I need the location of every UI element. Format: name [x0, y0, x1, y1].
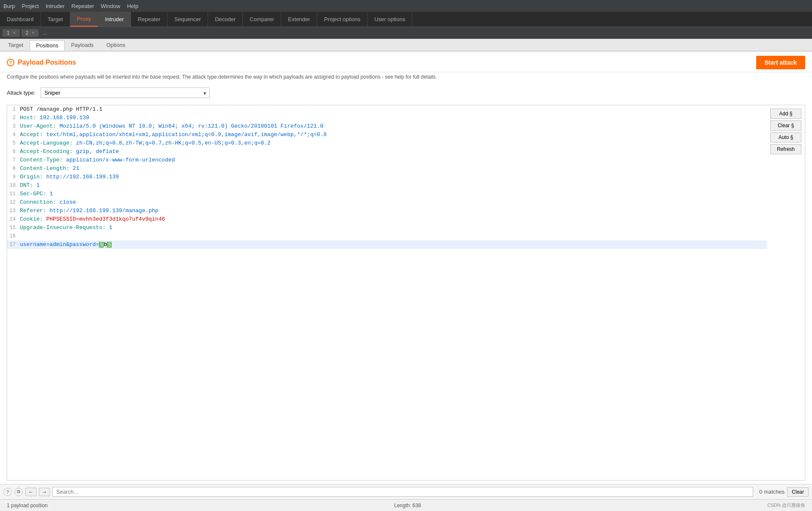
line-number: 14: [7, 215, 20, 224]
line-number: 7: [7, 156, 20, 164]
attack-type-select[interactable]: Sniper Battering ram Pitchfork Cluster b…: [41, 87, 210, 98]
line-number: 8: [7, 164, 20, 173]
header-value: 1: [46, 191, 53, 197]
menu-repeater[interactable]: Repeater: [71, 3, 94, 9]
refresh-button[interactable]: Refresh: [770, 144, 801, 154]
code-line: 2Host: 192.168.199.139: [7, 114, 767, 122]
settings-bottom-icon[interactable]: ⚙: [14, 488, 23, 496]
bottom-search-bar: ? ⚙ ← → 0 matches Clear: [0, 484, 812, 499]
line-number: 10: [7, 181, 20, 190]
tab-repeater[interactable]: Repeater: [131, 12, 167, 27]
nav-back-button[interactable]: ←: [25, 488, 36, 496]
line-number: 2: [7, 114, 20, 122]
header-name: Connection:: [20, 199, 56, 205]
search-input[interactable]: [52, 487, 753, 497]
payload-position-count: 1 payload position: [7, 503, 48, 508]
sub-tab-1[interactable]: 1 ×: [3, 29, 20, 37]
start-attack-button[interactable]: Start attack: [756, 56, 805, 69]
header-value: Mozilla/5.0 (Windows NT 10.0; Win64; x64…: [56, 123, 324, 129]
tab-proxy[interactable]: Proxy: [70, 12, 98, 27]
attack-type-row: Attack type: Sniper Battering ram Pitchf…: [0, 84, 812, 101]
sub-tab-2[interactable]: 2 ×: [22, 29, 39, 37]
line-number: 5: [7, 139, 20, 148]
menu-burp[interactable]: Burp: [3, 3, 15, 9]
payload-text: username=admin&password=: [20, 241, 99, 248]
watermark: CSDN @只惠猿鱼: [768, 502, 805, 508]
line-content: Accept: text/html,application/xhtml+xml,…: [20, 131, 767, 139]
inner-tab-options[interactable]: Options: [100, 40, 132, 50]
attack-type-label: Attack type:: [7, 90, 36, 96]
line-content: Referer: http://192.168.199.139/manage.p…: [20, 207, 767, 215]
code-line: 6Accept-Encoding: gzip, deflate: [7, 148, 767, 156]
tab-decoder[interactable]: Decoder: [208, 12, 243, 27]
editor-wrapper: 1POST /manage.php HTTP/1.12Host: 192.168…: [7, 105, 805, 481]
line-content: Accept-Language: zh-CN,zh;q=0.8,zh-TW;q=…: [20, 139, 767, 148]
header-value: zh-CN,zh;q=0.8,zh-TW;q=0.7,zh-HK;q=0.5,e…: [73, 140, 271, 146]
tab-user-options[interactable]: User options: [368, 12, 412, 27]
sub-tab-bar: 1 × 2 × ...: [0, 27, 812, 39]
nav-forward-button[interactable]: →: [39, 488, 50, 496]
line-content: username=admin&password=§b§: [20, 240, 767, 249]
tab-comparer[interactable]: Comparer: [243, 12, 281, 27]
menu-intruder[interactable]: Intruder: [46, 3, 65, 9]
line-number: 9: [7, 173, 20, 181]
tab-extender[interactable]: Extender: [281, 12, 317, 27]
inner-tab-bar: Target Positions Payloads Options: [0, 39, 812, 52]
header-name: Accept:: [20, 131, 43, 138]
code-line: 11Sec-GPC: 1: [7, 190, 767, 198]
header-value: PHPSESSID=mvhh3ed3f3d1kqo7uf4v9qin46: [43, 216, 165, 222]
header-value: 192.168.199.139: [36, 115, 89, 121]
code-area[interactable]: 1POST /manage.php HTTP/1.12Host: 192.168…: [7, 105, 767, 480]
clear-section-button[interactable]: Clear §: [770, 120, 801, 131]
inner-tab-positions[interactable]: Positions: [30, 40, 65, 51]
add-section-button[interactable]: Add §: [770, 109, 801, 119]
header-name: Referer:: [20, 208, 46, 214]
sub-tab-2-close[interactable]: ×: [32, 30, 34, 35]
header-value: text/html,application/xhtml+xml,applicat…: [43, 131, 327, 138]
line-number: 11: [7, 190, 20, 198]
line-number: 4: [7, 131, 20, 139]
menu-window[interactable]: Window: [101, 3, 120, 9]
header-value: http://192.168.199.139: [43, 174, 119, 180]
menu-project[interactable]: Project: [22, 3, 38, 9]
code-line: 16: [7, 232, 767, 240]
menu-bar: Burp Project Intruder Repeater Window He…: [0, 0, 812, 12]
header-value: http://192.168.199.139/manage.php: [46, 208, 158, 214]
inner-tab-target[interactable]: Target: [2, 40, 30, 50]
line-number: 3: [7, 122, 20, 131]
tab-project-options[interactable]: Project options: [317, 12, 368, 27]
line-content: User-Agent: Mozilla/5.0 (Windows NT 10.0…: [20, 122, 767, 131]
header-value: gzip, deflate: [73, 148, 119, 155]
inner-tab-payloads[interactable]: Payloads: [65, 40, 100, 50]
help-icon[interactable]: ?: [7, 59, 14, 66]
help-bottom-icon[interactable]: ?: [3, 488, 12, 496]
footer-bar: 1 payload position Length: 638 CSDN @只惠猿…: [0, 499, 812, 511]
header-value: close: [56, 199, 76, 205]
line-content: DNT: 1: [20, 181, 767, 190]
payload-marker-close: §: [107, 242, 112, 248]
line-content: Host: 192.168.199.139: [20, 114, 767, 122]
code-line: 1POST /manage.php HTTP/1.1: [7, 105, 767, 114]
code-line: 10DNT: 1: [7, 181, 767, 190]
code-line: 15Upgrade-Insecure-Requests: 1: [7, 224, 767, 232]
tab-sequencer[interactable]: Sequencer: [167, 12, 208, 27]
code-line: 12Connection: close: [7, 198, 767, 207]
auto-section-button[interactable]: Auto §: [770, 132, 801, 142]
payload-description: Configure the positions where payloads w…: [0, 72, 812, 84]
code-line: 4Accept: text/html,application/xhtml+xml…: [7, 131, 767, 139]
code-line: 8Content-Length: 21: [7, 164, 767, 173]
tab-intruder[interactable]: Intruder: [98, 12, 131, 27]
line-content: Content-Type: application/x-www-form-url…: [20, 156, 767, 164]
sidebar-buttons: Add § Clear § Auto § Refresh: [767, 105, 805, 480]
menu-help[interactable]: Help: [127, 3, 138, 9]
sub-tab-more[interactable]: ...: [40, 30, 50, 36]
header-name: DNT:: [20, 182, 33, 189]
clear-search-button[interactable]: Clear: [787, 487, 809, 497]
header-name: Host:: [20, 115, 36, 121]
sub-tab-1-close[interactable]: ×: [13, 30, 16, 35]
line-number: 17: [7, 240, 20, 249]
line-number: 15: [7, 224, 20, 232]
code-line: 5Accept-Language: zh-CN,zh;q=0.8,zh-TW;q…: [7, 139, 767, 148]
tab-dashboard[interactable]: Dashboard: [0, 12, 41, 27]
tab-target[interactable]: Target: [41, 12, 70, 27]
